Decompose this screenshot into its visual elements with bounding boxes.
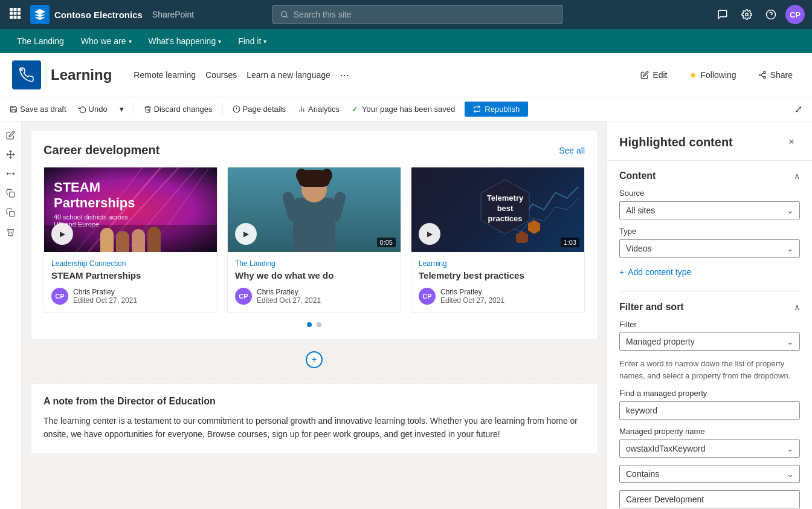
nav-who-we-are[interactable]: Who we are ▾ (74, 33, 139, 50)
filter-section-header: Filter and sort ∧ (619, 302, 800, 313)
app-name: Contoso Electronics (54, 10, 143, 20)
svg-point-13 (763, 71, 765, 74)
dot-2[interactable] (317, 322, 321, 327)
managed-property-dropdown-wrapper: owstaxIdTaxKeyword (619, 439, 800, 458)
see-all-link[interactable]: See all (559, 146, 585, 155)
filter-hint: Enter a word to narrow down the list of … (619, 358, 800, 381)
video-thumb-3: Telemetry best practices ▶ 1:03 (411, 167, 584, 252)
copy-tool[interactable] (2, 184, 19, 201)
nav-landing[interactable]: The Landing (10, 33, 71, 50)
panel-divider (619, 291, 800, 292)
save-draft-button[interactable]: Save as draft (5, 102, 71, 116)
move-tool[interactable] (2, 146, 19, 163)
add-section: + (31, 346, 597, 373)
page-icon (12, 60, 41, 89)
discard-button[interactable]: Discard changes (139, 102, 218, 116)
video-card-1[interactable]: STEAMPartnerships 40 school districts ac… (44, 167, 218, 313)
type-dropdown[interactable]: Videos Pages Documents (619, 239, 800, 258)
svg-marker-39 (528, 220, 540, 234)
source-dropdown[interactable]: All sites This site A site collection (619, 201, 800, 219)
svg-text:Telemetry: Telemetry (487, 193, 524, 203)
note-text: The learning center is a testament to ou… (44, 414, 585, 441)
nav-find-it[interactable]: Find it ▾ (231, 33, 274, 50)
chevron-icon: ▾ (218, 38, 221, 45)
nav-remote-learning[interactable]: Remote learning (134, 68, 196, 82)
main-layout: Career development See all (0, 122, 812, 509)
card-source-2: The Landing (235, 259, 393, 268)
republish-button[interactable]: Republish (465, 102, 528, 117)
app-logo[interactable]: Contoso Electronics (30, 5, 143, 24)
author-avatar-2: CP (235, 288, 252, 305)
filter-value-input[interactable] (619, 490, 800, 508)
content-section-title: Content (619, 170, 656, 181)
duplicate-tool[interactable] (2, 204, 19, 221)
undo-dropdown[interactable]: ▾ (115, 102, 129, 116)
settings-icon[interactable] (737, 5, 756, 24)
toolbar-separator (134, 103, 134, 115)
play-button-3[interactable]: ▶ (419, 223, 440, 245)
filter-dropdown[interactable]: Managed property Title Author (619, 332, 800, 351)
nav-learn-language[interactable]: Learn a new language (246, 68, 330, 82)
nav-more[interactable]: ··· (340, 69, 349, 82)
page-nav: Remote learning Courses Learn a new lang… (134, 68, 624, 82)
svg-rect-3 (10, 11, 13, 15)
plus-icon: + (619, 267, 624, 277)
card-body-3: Learning Telemetry best practices CP Chr… (411, 252, 584, 312)
nav-courses[interactable]: Courses (205, 68, 237, 82)
drag-tool[interactable] (2, 165, 19, 182)
save-icon (10, 105, 18, 113)
analytics-button[interactable]: Analytics (293, 102, 344, 116)
dot-1[interactable] (307, 322, 312, 327)
filter-section-title: Filter and sort (619, 302, 684, 313)
undo-button[interactable]: Undo (74, 102, 112, 116)
filter-collapse-button[interactable]: ∧ (794, 302, 800, 312)
close-panel-button[interactable]: × (783, 134, 800, 151)
delete-tool[interactable] (2, 223, 19, 240)
logo-icon (30, 5, 50, 24)
nav-whats-happening[interactable]: What's happening ▾ (141, 33, 229, 50)
help-icon[interactable] (761, 5, 781, 24)
search-box[interactable] (272, 5, 562, 24)
type-field: Type Videos Pages Documents (619, 227, 800, 258)
left-tools (0, 122, 22, 509)
find-property-field: Find a managed property (619, 389, 800, 420)
add-content-type-button[interactable]: + Add content type (619, 265, 800, 279)
play-button-2[interactable]: ▶ (235, 223, 257, 245)
svg-text:best: best (497, 204, 514, 213)
video-card-2[interactable]: ▶ 0:05 The Landing Why we do what we do … (227, 167, 401, 313)
video-thumb-2: ▶ 0:05 (228, 167, 401, 252)
svg-point-10 (746, 13, 749, 16)
page-header: Learning Remote learning Courses Learn a… (0, 53, 812, 97)
discard-icon (144, 105, 152, 113)
author-avatar-1: CP (51, 288, 68, 305)
svg-line-16 (761, 76, 764, 77)
user-avatar[interactable]: CP (785, 5, 805, 24)
waffle-icon[interactable] (7, 5, 23, 24)
find-property-input[interactable] (619, 401, 800, 420)
page-details-icon (233, 105, 240, 113)
content-area: Career development See all (22, 122, 607, 509)
panel-body: Content ∧ Source All sites This site A s… (607, 161, 812, 509)
source-dropdown-wrapper: All sites This site A site collection (619, 201, 800, 219)
managed-property-field: Managed property name owstaxIdTaxKeyword (619, 427, 800, 458)
managed-property-dropdown[interactable]: owstaxIdTaxKeyword (619, 439, 800, 458)
play-button-1[interactable]: ▶ (51, 223, 73, 245)
content-collapse-button[interactable]: ∧ (794, 171, 800, 181)
right-panel: Highlighted content × Content ∧ Source A… (607, 122, 812, 509)
following-button[interactable]: ★ Following (682, 66, 744, 83)
search-input[interactable] (294, 10, 555, 19)
condition-dropdown[interactable]: Contains Equals Begins with (619, 465, 800, 483)
search-icon (280, 10, 288, 19)
expand-button[interactable]: ⤢ (790, 101, 807, 117)
svg-rect-2 (18, 8, 21, 11)
page-details-button[interactable]: Page details (228, 102, 291, 116)
video-card-3[interactable]: Telemetry best practices ▶ 1:03 (411, 167, 585, 313)
section-title: Career development (44, 143, 160, 157)
edit-tool[interactable] (2, 126, 19, 143)
svg-rect-4 (14, 11, 17, 15)
type-dropdown-wrapper: Videos Pages Documents (619, 239, 800, 258)
share-button[interactable]: Share (751, 66, 800, 83)
chat-icon[interactable] (713, 5, 732, 24)
add-section-button[interactable]: + (306, 351, 323, 368)
edit-button[interactable]: Edit (633, 66, 674, 83)
